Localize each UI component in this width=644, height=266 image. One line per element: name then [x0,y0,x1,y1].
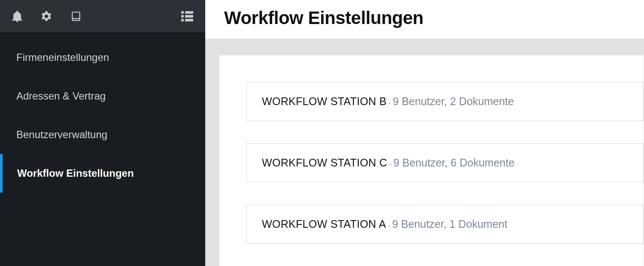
station-name: WORKFLOW STATION A [262,218,386,230]
svg-rect-2 [181,15,184,18]
main-header: Workflow Einstellungen [205,0,644,39]
station-meta: 9 Benutzer, 1 Dokument [392,218,507,230]
sidebar-toolbar [0,0,205,32]
sidebar-item-label: Benutzerverwaltung [16,129,107,141]
svg-rect-4 [181,19,184,21]
main: Workflow Einstellungen WORKFLOW STATION … [205,0,644,266]
station-name: WORKFLOW STATION C [262,157,387,169]
station-name: WORKFLOW STATION B [262,95,387,107]
separator: - [387,99,393,106]
sidebar-item-label: Workflow Einstellungen [17,167,134,179]
main-body: WORKFLOW STATION B - 9 Benutzer, 2 Dokum… [205,39,644,266]
stations-panel: WORKFLOW STATION B - 9 Benutzer, 2 Dokum… [219,55,644,266]
separator: - [386,222,392,229]
svg-rect-5 [185,19,193,21]
station-card[interactable]: WORKFLOW STATION B - 9 Benutzer, 2 Dokum… [246,82,644,121]
svg-rect-3 [185,15,193,18]
svg-rect-1 [185,11,193,14]
sidebar: Firmeneinstellungen Adressen & Vertrag B… [0,0,205,266]
sidebar-item-label: Firmeneinstellungen [16,51,109,63]
sidebar-nav: Firmeneinstellungen Adressen & Vertrag B… [0,32,205,193]
station-meta: 9 Benutzer, 2 Dokumente [393,95,514,107]
station-meta: 9 Benutzer, 6 Dokumente [393,157,514,169]
sidebar-item-benutzerverwaltung[interactable]: Benutzerverwaltung [0,115,205,154]
sidebar-item-label: Adressen & Vertrag [16,90,106,102]
sidebar-item-firmeneinstellungen[interactable]: Firmeneinstellungen [0,38,205,77]
station-card[interactable]: WORKFLOW STATION C - 9 Benutzer, 6 Dokum… [246,143,644,182]
book-icon[interactable] [70,11,82,22]
station-card[interactable]: WORKFLOW STATION A - 9 Benutzer, 1 Dokum… [246,205,644,244]
bell-icon[interactable] [12,11,22,22]
list-icon[interactable] [181,11,193,21]
sidebar-item-adressen-vertrag[interactable]: Adressen & Vertrag [0,77,205,115]
sidebar-item-workflow-einstellungen[interactable]: Workflow Einstellungen [0,154,205,193]
svg-rect-0 [181,11,184,14]
gear-icon[interactable] [40,10,52,22]
page-title: Workflow Einstellungen [224,8,644,28]
separator: - [387,160,393,168]
